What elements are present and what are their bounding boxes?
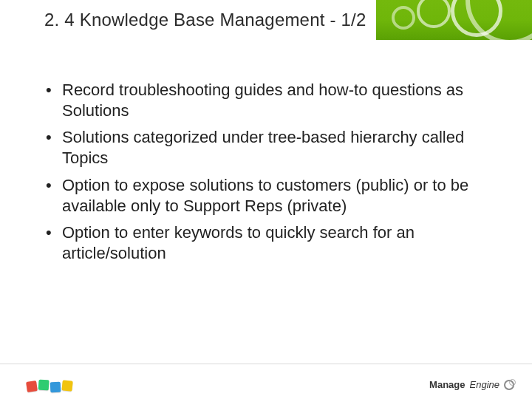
divider [0, 364, 532, 364]
decorative-circle-icon [392, 6, 415, 30]
logo-tile-icon [26, 381, 38, 392]
brand-prefix: Manage [429, 379, 465, 390]
logo-tile-icon [38, 380, 50, 391]
decorative-circle-icon [417, 0, 451, 28]
brand-suffix: Engine [470, 379, 499, 390]
slide: { "header": { "title": "2. 4 Knowledge B… [0, 0, 532, 399]
slide-body: Record troubleshooting guides and how-to… [41, 80, 488, 270]
list-item: Solutions categorized under tree-based h… [41, 127, 488, 168]
bullet-list: Record troubleshooting guides and how-to… [41, 80, 488, 264]
ring-icon [504, 380, 514, 390]
slide-title: 2. 4 Knowledge Base Management - 1/2 [0, 0, 376, 40]
list-item: Option to enter keywords to quickly sear… [41, 222, 488, 264]
list-item: Option to expose solutions to customers … [41, 175, 488, 216]
header-band: 2. 4 Knowledge Base Management - 1/2 [0, 0, 532, 40]
list-item: Record troubleshooting guides and how-to… [41, 80, 488, 121]
manageengine-logo: ManageEngine [429, 379, 514, 390]
footer: ManageEngine [0, 364, 532, 399]
zoho-logo-icon [27, 381, 72, 392]
logo-tile-icon [61, 380, 72, 391]
logo-tile-icon [50, 382, 61, 393]
